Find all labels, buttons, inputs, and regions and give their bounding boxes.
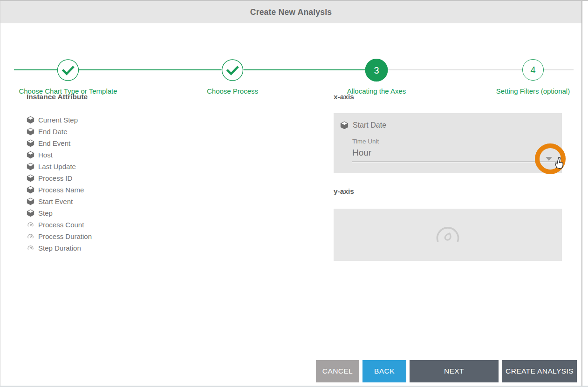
attribute-item[interactable]: Step Duration xyxy=(27,242,92,254)
step-number-circle[interactable]: 3 xyxy=(365,59,388,82)
attribute-label: Process Duration xyxy=(38,232,92,240)
dialog-border-left xyxy=(0,1,0,387)
x-axis-attribute-label: Start Date xyxy=(353,121,386,129)
attribute-label: Current Step xyxy=(38,116,78,124)
attribute-item[interactable]: Step xyxy=(27,207,92,219)
hand-cursor-icon xyxy=(552,156,567,171)
cube-icon xyxy=(27,116,34,124)
step-check-circle[interactable] xyxy=(222,59,244,81)
attribute-label: End Date xyxy=(38,128,68,136)
attribute-item[interactable]: Current Step xyxy=(27,114,92,126)
cube-icon xyxy=(27,209,34,217)
cube-icon xyxy=(27,163,34,170)
cube-icon xyxy=(340,121,349,129)
dialog-border-bottom xyxy=(0,386,588,387)
dialog-border-top xyxy=(0,0,588,1)
attribute-item[interactable]: Process Duration xyxy=(27,231,92,242)
attribute-item[interactable]: Start Event xyxy=(27,196,92,207)
step-check-circle[interactable] xyxy=(57,59,79,81)
gauge-icon xyxy=(27,221,34,229)
y-axis-dropzone[interactable] xyxy=(334,209,562,261)
attribute-label: Process ID xyxy=(38,174,72,182)
cube-icon xyxy=(27,174,34,182)
attributes-heading: Instance Attribute xyxy=(27,93,88,101)
time-unit-label: Time Unit xyxy=(352,138,379,145)
x-axis-dropzone[interactable]: Start Date Time Unit Hour xyxy=(334,113,562,173)
attribute-item[interactable]: Process ID xyxy=(27,172,92,184)
x-axis-heading: x-axis xyxy=(334,93,354,101)
create-analysis-button[interactable]: CREATE ANALYSIS xyxy=(502,360,577,382)
dialog-header: Create New Analysis xyxy=(0,1,581,23)
y-axis-heading: y-axis xyxy=(334,187,354,196)
attribute-item[interactable]: Process Count xyxy=(27,219,92,231)
time-unit-value: Hour xyxy=(352,148,371,158)
cube-icon xyxy=(27,186,34,194)
attribute-item[interactable]: Last Update xyxy=(27,161,92,172)
x-axis-assigned-attribute[interactable]: Start Date xyxy=(340,121,386,129)
back-button[interactable]: BACK xyxy=(362,360,406,382)
attribute-label: Last Update xyxy=(38,163,76,170)
dialog-title: Create New Analysis xyxy=(250,7,332,17)
attribute-label: Start Event xyxy=(38,197,73,205)
cancel-button[interactable]: CANCEL xyxy=(316,360,359,382)
cube-icon xyxy=(27,197,34,205)
step-number: 3 xyxy=(374,66,379,75)
attribute-item[interactable]: Host xyxy=(27,149,92,161)
attribute-item[interactable]: End Event xyxy=(27,137,92,149)
attribute-label: Step xyxy=(38,209,53,217)
cube-icon xyxy=(27,139,34,147)
step-number: 4 xyxy=(530,65,535,75)
gauge-icon xyxy=(27,232,34,240)
cube-icon xyxy=(27,151,34,159)
step-label: Choose Process xyxy=(207,87,258,95)
select-underline xyxy=(352,162,559,162)
gauge-placeholder-icon xyxy=(432,224,463,246)
attribute-item[interactable]: Process Name xyxy=(27,184,92,196)
attribute-list: Current Step End Date End Event xyxy=(27,114,92,254)
attribute-label: Process Count xyxy=(38,221,84,229)
attribute-label: End Event xyxy=(38,139,70,147)
stepper: Choose Chart Type or Template Choose Pro… xyxy=(0,23,582,77)
stepper-connector-upcoming xyxy=(376,69,574,70)
create-analysis-dialog: Create New Analysis Choose Chart Type or… xyxy=(0,0,588,388)
attribute-label: Step Duration xyxy=(38,244,81,252)
cube-icon xyxy=(27,128,34,136)
attribute-item[interactable]: End Date xyxy=(27,126,92,137)
step-label: Allocating the Axes xyxy=(347,87,406,95)
attribute-label: Host xyxy=(38,151,53,159)
step-number-circle[interactable]: 4 xyxy=(522,59,544,81)
attribute-label: Process Name xyxy=(38,186,84,194)
dialog-border-right xyxy=(581,1,582,386)
gauge-icon xyxy=(27,244,34,252)
step-label: Setting Filters (optional) xyxy=(496,87,570,95)
next-button[interactable]: NEXT xyxy=(410,360,499,382)
